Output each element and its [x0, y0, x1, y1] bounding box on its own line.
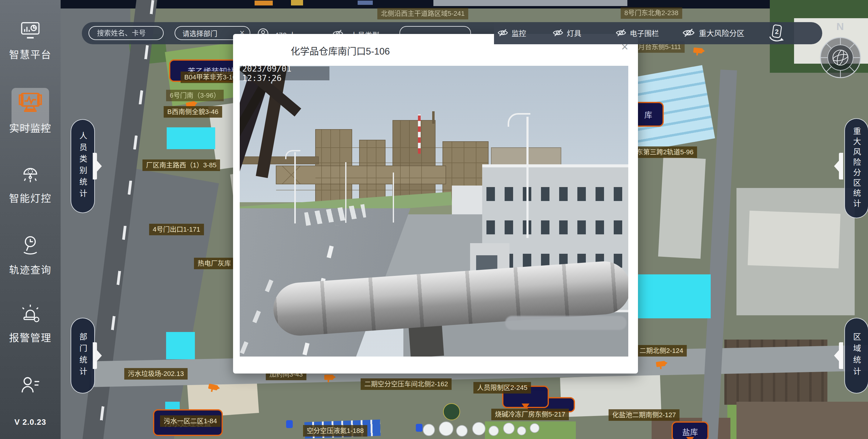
- eye-slash-icon: [615, 27, 627, 38]
- striped-stack: [418, 114, 421, 154]
- map-label[interactable]: B04甲苯非芳3-10: [181, 71, 240, 83]
- storage-tank: [423, 424, 435, 436]
- landmark-balloon[interactable]: 盐库: [672, 421, 709, 439]
- storage-tank: [517, 426, 526, 435]
- light-pole: [345, 162, 346, 223]
- map-label[interactable]: 空分空压液氮1-188: [303, 425, 367, 437]
- panel-tab-area-stats[interactable]: 区域统计: [844, 318, 868, 393]
- compass-north-label: N: [831, 21, 849, 32]
- toolbar-layers: 监控 灯具 电子围栏 重大风险分区 2: [494, 22, 822, 44]
- sidebar: 智慧平台 实时监控: [0, 0, 61, 439]
- sidebar-item-smart-light-control[interactable]: 智能灯控: [0, 164, 61, 205]
- map-label[interactable]: 6号门南（3-96）: [166, 90, 224, 101]
- camera-feed-image: 2023/09/01 12:37:26: [240, 66, 628, 356]
- landmark-label: 库: [644, 109, 652, 120]
- sidebar-item-label: 轨迹查询: [9, 262, 52, 276]
- camera-icon[interactable]: [324, 375, 333, 380]
- sidebar-item-alarm-management[interactable]: 报警管理: [0, 303, 61, 344]
- map-label[interactable]: 人员限制区2-245: [473, 382, 531, 393]
- storage-tank: [439, 421, 454, 436]
- map-building: [748, 211, 840, 268]
- modal-title: 化学品仓库南门口5-106: [291, 43, 390, 57]
- compass-icon[interactable]: [815, 33, 866, 82]
- track-query-icon: [19, 234, 41, 255]
- eye-slash-icon: [552, 27, 564, 38]
- camera-icon[interactable]: [693, 47, 703, 53]
- search-input[interactable]: [89, 26, 164, 40]
- panel-tab-major-risk-zone-stats[interactable]: 重大风险分区统计: [844, 118, 868, 218]
- person-marker[interactable]: [416, 424, 423, 432]
- camera-modal: 化学品仓库南门口5-106 ×: [233, 34, 638, 374]
- sidebar-item-personnel[interactable]: [0, 375, 61, 395]
- map-label[interactable]: 东第三跨2轨道5-96: [633, 146, 697, 158]
- sidebar-item-track-query[interactable]: 轨迹查询: [0, 234, 61, 276]
- smart-lamp-icon: [19, 164, 41, 184]
- light-pole: [393, 173, 394, 223]
- toggle-monitor[interactable]: 监控: [497, 27, 526, 38]
- chevron-left-icon[interactable]: [833, 152, 845, 181]
- map-pool: [166, 332, 195, 359]
- chevron-left-icon[interactable]: [833, 341, 845, 370]
- map-detail: [358, 1, 373, 5]
- eye-slash-icon: [682, 26, 695, 39]
- map-pool: [165, 402, 180, 410]
- toggle-major-risk-zone[interactable]: 重大风险分区: [682, 26, 744, 39]
- toggle-label: 电子围栏: [630, 28, 659, 38]
- camera-timestamp: 2023/09/01 12:37:26: [240, 66, 330, 80]
- map-label[interactable]: 二期空分空压车间北侧2-162: [361, 378, 452, 390]
- map-label[interactable]: 4号门出口1-171: [149, 224, 204, 235]
- map-label[interactable]: 热电厂灰库: [194, 258, 235, 269]
- toggle-label: 灯具: [567, 28, 581, 38]
- map-label[interactable]: B西南侧全貌3-46: [164, 106, 222, 118]
- person-list-icon: [19, 375, 41, 395]
- toggle-label: 重大风险分区: [699, 27, 744, 38]
- storage-tank: [443, 403, 460, 420]
- sidebar-item-realtime-monitoring[interactable]: 实时监控: [0, 92, 61, 135]
- storage-tank: [530, 423, 539, 433]
- map-building: [658, 157, 706, 259]
- department-placeholder: 请选择部门: [182, 28, 217, 38]
- storage-tank: [456, 425, 468, 437]
- chevron-right-icon[interactable]: [91, 152, 103, 181]
- sidebar-item-label: 实时监控: [9, 120, 52, 135]
- map-detail: [291, 0, 303, 5]
- map-label[interactable]: 烧碱冷冻厂房东侧5-217: [491, 409, 569, 420]
- map-warehouse: [737, 402, 868, 439]
- view-badge: 2: [775, 28, 779, 35]
- alarm-siren-icon: [19, 303, 41, 323]
- sidebar-item-label: 报警管理: [9, 330, 52, 344]
- storage-tank: [489, 426, 499, 436]
- sidebar-item-label: 智慧平台: [9, 47, 52, 61]
- app-window: 苯乙烯装卸站 污水处理装置 盐库 库 B04甲苯非芳3-10 6号门南（3-96…: [0, 0, 868, 439]
- chevron-right-icon[interactable]: [91, 341, 103, 370]
- toggle-lights[interactable]: 灯具: [552, 27, 581, 38]
- person-marker[interactable]: [286, 420, 293, 428]
- map-pool: [167, 127, 215, 149]
- storage-tank: [503, 422, 515, 434]
- view-switch-icon[interactable]: 2: [767, 24, 786, 43]
- sidebar-item-label: 智能灯控: [9, 191, 52, 205]
- sidebar-item-smart-platform[interactable]: 智慧平台: [0, 21, 61, 61]
- map-label[interactable]: 化盐池二期南侧2-127: [609, 409, 680, 421]
- map-pool: [637, 274, 711, 318]
- map-label[interactable]: 8号门东北角2-238: [621, 7, 682, 19]
- light-pole: [294, 152, 296, 224]
- map-label[interactable]: 污水一区二区1-84: [160, 415, 221, 427]
- landmark-label: 盐库: [682, 426, 698, 437]
- dashboard-monitor-icon: [19, 21, 41, 40]
- storage-tank: [472, 422, 486, 435]
- app-version: V 2.0.23: [0, 417, 61, 427]
- map-detail: [255, 1, 273, 5]
- map-label[interactable]: 污水垃圾场-202.13: [124, 368, 188, 380]
- eye-slash-icon: [497, 27, 508, 38]
- map-label[interactable]: 二期北侧2-124: [636, 345, 687, 356]
- toggle-label: 监控: [512, 28, 526, 38]
- map-label[interactable]: 北侧沿西主干道路区域5-241: [377, 8, 468, 20]
- light-pole-tall: [526, 117, 529, 238]
- redaction-bar: [505, 316, 626, 330]
- toggle-electronic-fence[interactable]: 电子围栏: [615, 27, 659, 38]
- realtime-monitor-icon: [18, 92, 42, 114]
- map-label[interactable]: 厂区南主路西（1）3-85: [143, 159, 220, 171]
- search-field[interactable]: [96, 29, 155, 37]
- map-strip: [433, 0, 627, 6]
